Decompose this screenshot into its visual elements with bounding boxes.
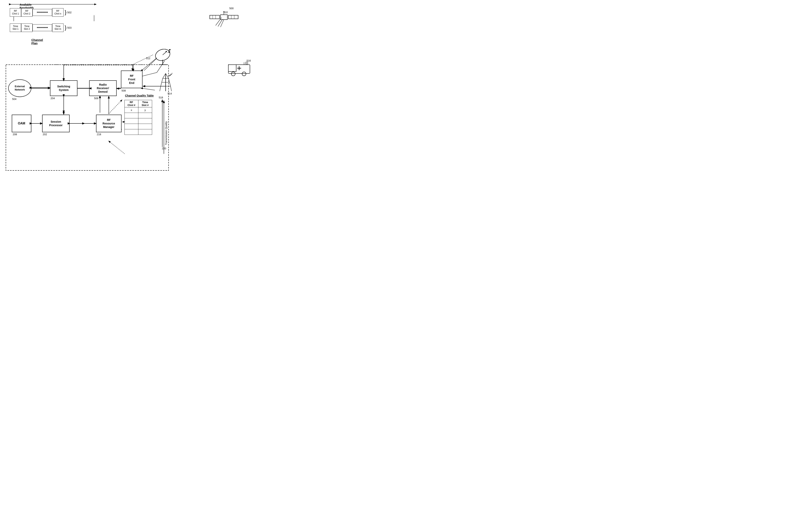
rf-cell-1: RFChnl 1 (10, 8, 21, 17)
svg-rect-53 (228, 65, 236, 71)
radio-receiver-ref: 506 (94, 97, 98, 100)
cqt-row-1: x y (125, 107, 152, 113)
time-cell-m: TimeSlot m (52, 24, 64, 32)
channel-plan-label: Channel Plan (31, 38, 43, 45)
svg-line-46 (162, 78, 163, 82)
svg-line-48 (161, 82, 162, 86)
satellite-ref-510: 510 (224, 11, 228, 14)
svg-line-47 (168, 78, 169, 82)
svg-line-18 (141, 88, 155, 90)
time-cell-1: TimeSlot 1 (10, 24, 21, 32)
channel-quality-table: RFChnl # TimeSlot # x y (124, 100, 152, 135)
radio-receiver-block: Radio Receiver/ Demod (89, 80, 117, 96)
svg-line-44 (163, 73, 166, 78)
ambulance-ref-516: 516 (247, 59, 251, 62)
transmission-quality-label: Transmission Quality (165, 114, 168, 145)
rf-brace: } (65, 9, 66, 15)
svg-line-13 (109, 100, 122, 114)
svg-point-54 (231, 72, 235, 76)
external-network-block: External Network (8, 79, 31, 97)
oam-ref: 208 (13, 133, 17, 136)
session-processor-block: Session Processor (42, 115, 70, 132)
svg-line-45 (166, 73, 168, 78)
oam-label: OAM (18, 121, 25, 125)
rf-ref-num: 502 (67, 11, 72, 14)
cqt-row-4 (125, 124, 152, 129)
rf-resource-manager-block: RF Resource Manager (96, 115, 121, 132)
radio-receiver-label: Radio Receiver/ Demod (97, 83, 109, 94)
svg-line-39 (221, 20, 224, 27)
rf-front-end-ref: 508 (121, 89, 126, 92)
satellite-dish-icon (153, 49, 172, 67)
cqt-cell-y: y (138, 107, 152, 113)
rf-cell-dots: ••••••••• (32, 9, 52, 16)
main-diagram: Available Bandwidth RFChnl 1 RFChnl 2 ••… (0, 0, 263, 177)
oam-block: OAM (12, 115, 31, 132)
svg-line-70 (109, 141, 125, 154)
svg-rect-32 (228, 15, 238, 19)
switching-system-ref: 204 (51, 97, 55, 100)
tower-ref-514: 514 (168, 92, 172, 95)
cqt-header-rf: RFChnl # (125, 100, 138, 107)
cqt-row-2 (125, 113, 152, 118)
ref-512: 512 (146, 57, 151, 60)
session-processor-label: Session Processor (49, 120, 63, 127)
rf-cell-n: RFChnl n (52, 8, 64, 17)
satellite-ref-500: 500 (229, 7, 234, 10)
cqt-row-5 (125, 129, 152, 135)
svg-line-51 (170, 86, 171, 91)
svg-line-38 (218, 19, 223, 26)
svg-line-50 (160, 86, 161, 91)
rf-front-end-label: RF Front End (128, 74, 135, 85)
rf-rm-label: RF Resource Manager (102, 118, 115, 129)
svg-rect-29 (210, 15, 219, 19)
cqt-cell-x: x (125, 107, 138, 113)
cqt-ref: 518 (159, 96, 163, 99)
svg-line-49 (169, 82, 170, 86)
session-processor-ref: 202 (43, 133, 47, 136)
svg-point-25 (166, 51, 167, 52)
rf-front-end-block: RF Front End (121, 71, 142, 88)
rf-cell-2: RFChnl 2 (21, 8, 32, 17)
time-cell-dots: ••••••••• (32, 24, 52, 31)
svg-line-17 (133, 55, 153, 65)
rf-rm-ref: 218 (97, 133, 101, 136)
svg-point-55 (242, 72, 246, 76)
radio-tower-icon (159, 72, 172, 92)
svg-line-15 (141, 72, 157, 76)
switching-system-block: Switching System (50, 80, 77, 96)
external-network-label: External Network (15, 85, 25, 92)
satellite-icon (206, 6, 241, 31)
cq-table-title: Channel Quality Table (125, 94, 154, 97)
transmission-quality-ref: 220 (162, 147, 166, 150)
time-ref-num: 503 (67, 26, 72, 29)
time-cell-2: TimeSlot 2 (21, 24, 32, 32)
cqt-header-time: TimeSlot # (138, 100, 152, 107)
cqt-row-3 (125, 118, 152, 124)
time-brace: } (65, 25, 66, 30)
svg-rect-28 (221, 15, 227, 20)
external-network-ref: 504 (12, 98, 17, 100)
svg-line-26 (168, 49, 170, 50)
svg-line-24 (163, 52, 166, 55)
switching-system-label: Switching System (57, 85, 70, 92)
